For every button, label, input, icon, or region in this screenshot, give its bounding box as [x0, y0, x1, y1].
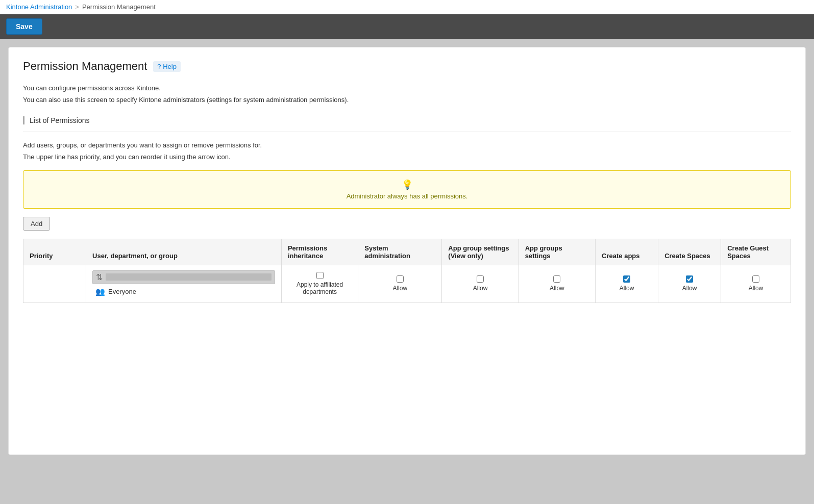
createapps-cell: Allow [596, 265, 658, 303]
page-title: Permission Management [23, 60, 147, 73]
info-text: Administrator always has all permissions… [347, 192, 468, 200]
guestspaces-allow-cell: Allow [727, 275, 784, 292]
sysadmin-checkbox[interactable] [397, 275, 404, 283]
guestspaces-checkbox[interactable] [752, 275, 759, 283]
createapps-label: Allow [620, 285, 634, 292]
appgroup-view-cell: Allow [442, 265, 519, 303]
createspaces-allow-cell: Allow [664, 275, 714, 292]
info-box: 💡 Administrator always has all permissio… [23, 170, 791, 209]
appgroup-view-label: Allow [473, 285, 488, 292]
header-appgroups: App groups settings [519, 239, 595, 265]
sub-desc-line2: The upper line has priority, and you can… [23, 151, 791, 163]
header-sysadmin: System administration [358, 239, 442, 265]
user-label-row: 👥 Everyone [92, 286, 275, 297]
createspaces-checkbox[interactable] [686, 275, 693, 283]
appgroup-view-allow-cell: Allow [448, 275, 512, 292]
appgroups-checkbox[interactable] [553, 275, 560, 283]
toolbar: Save [0, 14, 814, 39]
header-guestspaces: Create Guest Spaces [721, 239, 791, 265]
main-card: Permission Management ? Help You can con… [8, 47, 806, 455]
user-label: Everyone [108, 288, 136, 295]
breadcrumb-separator: > [75, 3, 79, 11]
guestspaces-label: Allow [749, 285, 763, 292]
drag-handle[interactable]: ⇅ [92, 270, 275, 284]
description-line1: You can configure permissions across Kin… [23, 82, 791, 94]
sub-description: Add users, groups, or departments you wa… [23, 139, 791, 163]
createapps-checkbox[interactable] [623, 275, 630, 283]
inherit-cell-inner: Apply to affiliated departments [288, 272, 352, 295]
inherit-label: Apply to affiliated departments [288, 281, 352, 295]
top-nav: Kintone Administration > Permission Mana… [0, 0, 814, 14]
info-icon: 💡 [32, 179, 782, 190]
add-button[interactable]: Add [23, 217, 50, 231]
priority-cell [23, 265, 86, 303]
breadcrumb-parent[interactable]: Kintone Administration [6, 3, 72, 11]
header-inheritance: Permissions inheritance [281, 239, 358, 265]
sysadmin-label: Allow [392, 285, 407, 292]
createspaces-cell: Allow [658, 265, 721, 303]
appgroups-label: Allow [550, 285, 564, 292]
appgroups-cell: Allow [519, 265, 595, 303]
table-header-row: Priority User, department, or group Perm… [23, 239, 791, 265]
help-link[interactable]: ? Help [153, 61, 181, 72]
createspaces-label: Allow [682, 285, 697, 292]
header-user: User, department, or group [86, 239, 282, 265]
inherit-checkbox[interactable] [316, 272, 324, 279]
drag-icon: ⇅ [96, 272, 103, 282]
appgroup-view-checkbox[interactable] [477, 275, 484, 283]
sysadmin-cell: Allow [358, 265, 442, 303]
sub-desc-line1: Add users, groups, or departments you wa… [23, 139, 791, 151]
permissions-table: Priority User, department, or group Perm… [23, 239, 791, 303]
sysadmin-allow-cell: Allow [364, 275, 435, 292]
header-createspaces: Create Spaces [658, 239, 721, 265]
save-button[interactable]: Save [6, 18, 42, 35]
breadcrumb-current: Permission Management [82, 3, 156, 11]
section-divider [23, 132, 791, 132]
table-row: ⇅ 👥 Everyone App [23, 265, 791, 303]
header-createapps: Create apps [596, 239, 658, 265]
header-appgroup-view: App group settings (View only) [442, 239, 519, 265]
title-row: Permission Management ? Help [23, 60, 791, 73]
page-content: Permission Management ? Help You can con… [0, 39, 814, 463]
user-cell: ⇅ 👥 Everyone [86, 265, 282, 303]
guestspaces-cell: Allow [721, 265, 791, 303]
group-icon: 👥 [95, 287, 105, 296]
drag-handle-bar [106, 273, 272, 281]
appgroups-allow-cell: Allow [525, 275, 589, 292]
description: You can configure permissions across Kin… [23, 82, 791, 106]
createapps-allow-cell: Allow [602, 275, 652, 292]
header-priority: Priority [23, 239, 86, 265]
user-cell-inner: ⇅ 👥 Everyone [92, 270, 275, 297]
description-line2: You can also use this screen to specify … [23, 94, 791, 106]
inherit-cell: Apply to affiliated departments [281, 265, 358, 303]
section-header: List of Permissions [23, 116, 791, 124]
